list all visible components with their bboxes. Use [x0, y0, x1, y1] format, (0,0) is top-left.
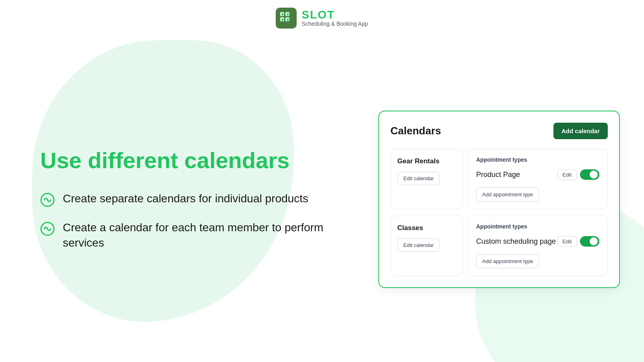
- feature-list: Create separate calendars for individual…: [40, 191, 346, 251]
- feature-item-2: Create a calendar for each team member t…: [40, 220, 346, 251]
- edit-appt-type-button-custom-scheduling[interactable]: Edit: [557, 236, 577, 247]
- feature-icon-1: [40, 193, 55, 207]
- toggle-product-page[interactable]: [580, 169, 599, 180]
- add-calendar-button[interactable]: Add calendar: [553, 123, 608, 139]
- feature-item-1: Create separate calendars for individual…: [40, 191, 346, 207]
- right-section: Calendars Add calendar Gear Rentals Edit…: [370, 103, 644, 296]
- svg-point-6: [282, 19, 284, 21]
- appointment-types-card-classes: Appointment types Custom scheduling page…: [468, 216, 608, 276]
- calendar-name-classes: Classes: [397, 224, 423, 232]
- svg-point-4: [282, 14, 284, 16]
- edit-calendar-button-classes[interactable]: Edit calendar: [397, 239, 440, 252]
- main-content: Use different calendars Create separate …: [0, 36, 644, 362]
- left-section: Use different calendars Create separate …: [0, 132, 370, 267]
- appt-type-item-product-page: Product Page Edit: [476, 169, 599, 180]
- calendar-name-card-classes: Classes Edit calendar: [390, 216, 463, 276]
- feature-text-2: Create a calendar for each team member t…: [63, 220, 346, 251]
- appt-types-title-gear-rentals: Appointment types: [476, 156, 599, 163]
- appt-type-item-custom-scheduling: Custom scheduling page Edit: [476, 236, 599, 247]
- appt-type-name-product-page: Product Page: [476, 171, 520, 179]
- calendar-row-gear-rentals: Gear Rentals Edit calendar Appointment t…: [390, 149, 608, 209]
- panel-title: Calendars: [390, 125, 441, 137]
- calendar-name-gear-rentals: Gear Rentals: [397, 157, 440, 165]
- app-name: SLOT: [301, 9, 368, 21]
- calendars-grid: Gear Rentals Edit calendar Appointment t…: [390, 149, 608, 276]
- appt-types-title-classes: Appointment types: [476, 223, 599, 230]
- appt-type-name-custom-scheduling: Custom scheduling page: [476, 237, 556, 246]
- feature-icon-2: [40, 222, 55, 236]
- edit-appt-type-button-product-page[interactable]: Edit: [557, 169, 577, 180]
- appt-type-controls-custom-scheduling: Edit: [557, 236, 599, 247]
- calendar-row-classes: Classes Edit calendar Appointment types …: [390, 216, 608, 276]
- app-subtitle: Scheduling & Booking App: [301, 21, 368, 27]
- toggle-custom-scheduling[interactable]: [580, 236, 599, 247]
- appointment-types-card-gear-rentals: Appointment types Product Page Edit Add …: [468, 149, 608, 209]
- appt-type-controls-product-page: Edit: [557, 169, 599, 180]
- svg-point-7: [287, 19, 289, 21]
- panel-header: Calendars Add calendar: [390, 123, 608, 139]
- svg-point-5: [287, 14, 289, 16]
- logo: SLOT Scheduling & Booking App: [276, 8, 368, 29]
- calendar-name-card-gear-rentals: Gear Rentals Edit calendar: [390, 149, 463, 209]
- hero-title: Use different calendars: [40, 148, 346, 173]
- logo-text: SLOT Scheduling & Booking App: [301, 9, 368, 27]
- logo-icon: [276, 8, 297, 29]
- add-appointment-type-button-gear-rentals[interactable]: Add appointment type: [476, 187, 539, 202]
- edit-calendar-button-gear-rentals[interactable]: Edit calendar: [397, 172, 440, 185]
- calendars-panel: Calendars Add calendar Gear Rentals Edit…: [378, 111, 620, 288]
- header: SLOT Scheduling & Booking App: [0, 0, 644, 36]
- add-appointment-type-button-classes[interactable]: Add appointment type: [476, 254, 539, 268]
- feature-text-1: Create separate calendars for individual…: [63, 191, 308, 206]
